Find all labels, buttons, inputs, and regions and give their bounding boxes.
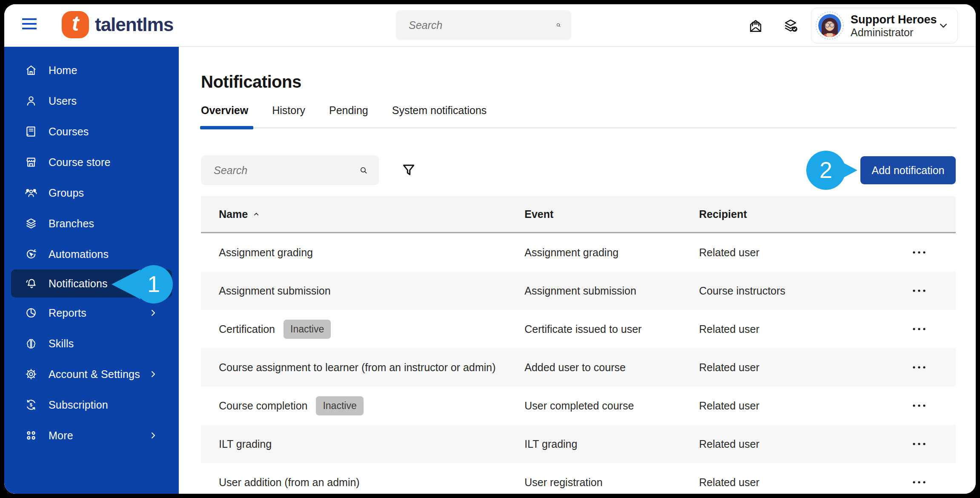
main-content: Notifications Overview History Pending S…	[179, 47, 976, 494]
user-info: Support Heroes Administrator	[851, 13, 937, 39]
brand-logo-text: talentlms	[95, 14, 173, 35]
sidebar-item-label: Users	[49, 95, 77, 107]
cell-recipient: Related user	[699, 400, 882, 412]
brand-logo[interactable]: t talentlms	[62, 11, 173, 38]
sidebar-item-label: Groups	[49, 187, 84, 199]
chevron-right-icon	[148, 369, 158, 379]
brain-icon	[25, 337, 37, 350]
sidebar-item-label: Notifications	[49, 278, 108, 290]
funnel-icon[interactable]	[400, 162, 417, 179]
cell-event: User completed course	[524, 400, 699, 412]
app-window: t talentlms	[4, 4, 976, 494]
row-actions-ellipsis-icon[interactable]	[911, 364, 927, 370]
column-header-event[interactable]: Event	[524, 208, 699, 220]
svg-text:$: $	[30, 402, 33, 407]
row-actions-ellipsis-icon[interactable]	[911, 288, 927, 294]
table-header: Name Event Recipient	[201, 196, 956, 233]
add-notification-button[interactable]: Add notification	[860, 156, 956, 184]
cell-recipient: Related user	[699, 476, 882, 489]
sort-asc-icon[interactable]	[252, 210, 261, 218]
sidebar-item-skills[interactable]: Skills	[4, 328, 179, 359]
avatar	[816, 11, 844, 40]
sidebar-item-account-settings[interactable]: Account & Settings	[4, 359, 179, 389]
status-badge: Inactive	[316, 396, 363, 415]
table-row[interactable]: Assignment grading Assignment grading Re…	[201, 233, 956, 272]
user-name: Support Heroes	[851, 13, 937, 26]
sidebar-item-label: Branches	[49, 218, 94, 230]
user-menu[interactable]: Support Heroes Administrator	[811, 8, 958, 43]
sidebar-item-groups[interactable]: Groups	[4, 177, 179, 208]
status-badge: Inactive	[284, 320, 331, 339]
sidebar-item-label: Course store	[49, 156, 111, 169]
row-actions-ellipsis-icon[interactable]	[911, 479, 927, 485]
gear-icon	[25, 368, 37, 381]
tab-system-notifications[interactable]: System notifications	[392, 104, 487, 128]
brand-logo-icon: t	[62, 11, 89, 38]
sidebar-item-label: Account & Settings	[49, 368, 140, 381]
global-search-input[interactable]	[396, 19, 556, 31]
cell-name: Assignment submission	[219, 285, 524, 297]
table-row[interactable]: Assignment submission Assignment submiss…	[201, 272, 956, 310]
list-search[interactable]	[201, 155, 379, 185]
table-row[interactable]: ILT grading ILT grading Related user	[201, 425, 956, 463]
sidebar-item-users[interactable]: Users	[4, 86, 179, 116]
pie-chart-icon	[25, 306, 37, 319]
cell-name: Course completion Inactive	[219, 396, 524, 415]
step-2-callout: 2	[804, 150, 859, 191]
tab-pending[interactable]: Pending	[329, 104, 368, 128]
search-icon[interactable]	[359, 163, 368, 177]
step-2-number: 2	[820, 157, 832, 183]
row-actions-ellipsis-icon[interactable]	[911, 326, 927, 332]
notifications-table: Name Event Recipient Assignment grading …	[201, 196, 956, 494]
sidebar-item-branches[interactable]: Branches	[4, 208, 179, 239]
cell-recipient: Course instructors	[699, 285, 882, 297]
column-header-recipient[interactable]: Recipient	[699, 208, 882, 220]
sidebar-item-subscription[interactable]: $ Subscription	[4, 389, 179, 420]
cell-event: Certificate issued to user	[524, 323, 699, 335]
layers-icon	[25, 217, 37, 230]
column-header-name[interactable]: Name	[219, 208, 524, 220]
search-icon[interactable]	[556, 18, 561, 32]
sidebar-item-label: More	[49, 429, 73, 442]
cell-event: User registration	[524, 476, 699, 489]
table-row[interactable]: Course assignment to learner (from an in…	[201, 348, 956, 386]
page-title: Notifications	[201, 72, 956, 92]
step-1-number: 1	[147, 271, 160, 297]
tab-history[interactable]: History	[272, 104, 305, 128]
sidebar-item-label: Reports	[49, 307, 86, 319]
cell-name: Certification Inactive	[219, 320, 524, 339]
message-icon[interactable]	[748, 18, 764, 34]
chevron-right-icon	[148, 430, 158, 441]
automation-icon	[25, 248, 37, 260]
sidebar-item-more[interactable]: More	[4, 420, 179, 451]
groups-icon	[25, 186, 37, 199]
sidebar-item-courses[interactable]: Courses	[4, 116, 179, 147]
sidebar-item-label: Subscription	[49, 399, 108, 411]
tab-overview[interactable]: Overview	[201, 104, 248, 128]
table-row[interactable]: User addition (from an admin) User regis…	[201, 463, 956, 494]
storefront-icon	[25, 156, 37, 169]
sidebar-item-home[interactable]: Home	[4, 55, 179, 86]
list-search-input[interactable]	[201, 164, 359, 177]
cell-name: Course assignment to learner (from an in…	[219, 361, 524, 374]
cell-recipient: Related user	[699, 438, 882, 450]
screenshot-frame: t talentlms	[0, 0, 980, 498]
sidebar-item-label: Courses	[49, 126, 89, 138]
row-actions-ellipsis-icon[interactable]	[911, 249, 927, 255]
courses-stack-icon[interactable]	[782, 18, 799, 34]
row-actions-ellipsis-icon[interactable]	[911, 441, 927, 447]
chevron-right-icon	[148, 308, 158, 318]
sidebar-item-course-store[interactable]: Course store	[4, 147, 179, 177]
cell-recipient: Related user	[699, 246, 882, 259]
table-row[interactable]: Course completion Inactive User complete…	[201, 386, 956, 425]
sidebar-item-label: Skills	[49, 338, 74, 350]
cell-recipient: Related user	[699, 361, 882, 374]
book-icon	[25, 125, 37, 138]
table-row[interactable]: Certification Inactive Certificate issue…	[201, 310, 956, 348]
row-actions-ellipsis-icon[interactable]	[911, 403, 927, 409]
hamburger-menu-icon[interactable]	[22, 18, 37, 32]
global-search[interactable]	[396, 10, 571, 40]
cell-name: User addition (from an admin)	[219, 476, 524, 489]
grid-dots-icon	[25, 429, 37, 442]
chevron-down-icon[interactable]	[937, 19, 950, 32]
